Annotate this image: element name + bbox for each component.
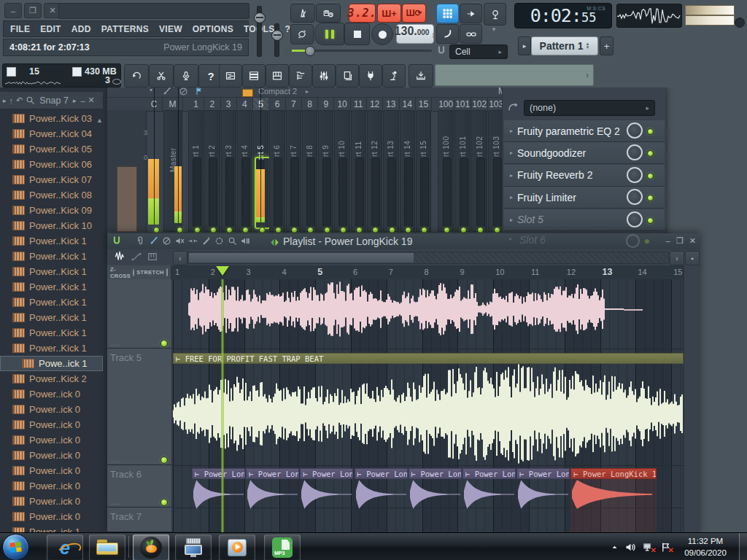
taskbar-fl-studio[interactable] [133,534,169,560]
track-enable-led[interactable] [160,499,168,506]
add-pattern-button[interactable]: + [600,36,614,55]
countdown-display[interactable]: 3.2. [349,4,376,23]
browser-item[interactable]: Power..Kick 1 [0,249,103,264]
strip-enable-led[interactable] [242,227,249,233]
master-volume-slider[interactable] [274,23,279,57]
mix-knob[interactable] [627,144,643,160]
mixer-column-3[interactable]: 3 [221,98,237,111]
strip-enable-led[interactable] [494,227,500,233]
pattern-tab-icon[interactable] [147,252,158,262]
zcross-toggle[interactable] [133,269,134,276]
collapse-icon[interactable]: – [80,96,85,105]
browser-item[interactable]: Power..Kick 04 [0,126,103,141]
mixer-column-100[interactable]: 100 [438,98,454,111]
main-snap-button[interactable] [436,4,459,23]
slot-enable-led[interactable] [647,195,654,201]
tempo-display[interactable]: 130.000▲▼ [396,24,434,44]
playlist-maximize-icon[interactable]: ❒ [676,236,684,246]
kick-clip-wave[interactable] [516,479,570,510]
pattern-prev-button[interactable]: ▸ [518,36,531,55]
strip-enable-led[interactable] [372,227,379,233]
mixer-column-7[interactable]: 7 [286,98,302,111]
multilink-controllers-button[interactable] [484,3,506,26]
menu-item-add[interactable]: ADD [71,24,91,34]
mixer-strip-insert-102[interactable]: Insert 102 [471,110,487,232]
browser-item[interactable]: ▸Powe..ick 1 [0,356,103,371]
mixer-strip-insert-101[interactable]: Insert 101 [454,110,471,232]
mixer-strip-insert-8[interactable]: Insert 8 [302,110,317,232]
slide-notes-button[interactable] [436,24,459,44]
effect-slot-3[interactable]: ▸Fruity Reeverb 2 [504,165,665,187]
kick-clip-wave[interactable] [355,479,408,510]
expand-icon[interactable]: ▸ [3,97,7,104]
browser-item[interactable]: Power..Kick 06 [0,157,103,172]
strip-enable-led[interactable] [340,227,347,233]
stretch-toggle[interactable] [166,268,168,276]
paint-brush-icon[interactable] [149,236,158,246]
magnet-icon[interactable] [112,236,122,246]
taskbar-mp3-converter[interactable]: MP3 [264,534,301,560]
mixer-strip-insert-1[interactable]: Insert 1 [188,110,204,232]
kick-clip-header[interactable]: ⊢ Power Long [355,468,408,479]
export-button[interactable] [409,64,433,88]
dot-button[interactable]: ▪ [685,251,700,265]
mix-knob[interactable] [627,189,643,205]
browser-item[interactable]: Power..ick 0 [0,509,103,524]
undo-arrow-icon[interactable]: ↶ [16,96,23,105]
mix-knob[interactable] [627,122,643,139]
mixer-strip-insert-4[interactable]: Insert 4 [237,110,252,232]
mute-tool-icon[interactable] [175,236,185,246]
mixer-column-8[interactable]: 8 [302,98,318,111]
mixer-column-14[interactable]: 14 [400,98,416,111]
slice-tool-icon[interactable] [201,236,211,246]
browser-tab-title[interactable]: Snap 7 [39,96,69,106]
strip-enable-led[interactable] [226,227,233,233]
kick-clip-wave[interactable] [192,479,245,510]
mixer-strip-insert-100[interactable]: Insert 100 [438,110,454,232]
slot-enable-led[interactable] [647,173,654,179]
effect-slot-2[interactable]: ▸Soundgoodizer [504,142,665,164]
typing-keyboard-toggle[interactable] [290,24,314,44]
record-button[interactable] [371,23,393,45]
mixer-column-6[interactable]: 6 [269,98,285,111]
playhead-marker[interactable] [216,266,229,276]
taskbar-media-player[interactable] [219,534,255,560]
slot-enable-led[interactable] [647,217,654,224]
browser-item[interactable]: Power..ick 0 [0,463,103,478]
mixer-column-10[interactable]: 10 [334,98,350,111]
browser-item[interactable]: Power..Kick 03 [0,111,103,126]
track-enable-led[interactable] [160,456,168,464]
kick-clip-wave[interactable] [462,479,516,510]
playlist-grid[interactable]: ⊢ FREE_FOR_PROFIT_FAST_TRAP_BEAT ⊢ Power… [171,279,684,532]
playlist-minimize-icon[interactable]: – [666,236,670,246]
mixer-window-button[interactable] [312,64,336,88]
mixer-column-4[interactable]: 4 [237,98,253,111]
show-desktop-button[interactable] [739,533,747,560]
kick-clip-wave[interactable] [409,479,462,510]
mix-knob[interactable] [627,211,643,228]
flag-icon[interactable] [195,87,204,96]
strip-enable-led[interactable] [291,227,298,233]
scroll-left-button[interactable]: ‹ [173,251,187,265]
effect-slot-1[interactable]: ▸Fruity parametric EQ 2 [504,120,665,142]
scrollbar-thumb[interactable] [188,252,414,263]
mixer-strip-insert-9[interactable]: Insert 9 [318,110,333,232]
channel-rack-button[interactable] [242,64,266,88]
browser-item[interactable]: Power..Kick 05 [0,141,103,157]
chevron-right-icon[interactable]: ▸ [409,237,412,245]
browser-scroll-up-icon[interactable]: ▲ [96,117,103,124]
browser-item[interactable]: Power..ick 0 [0,448,103,463]
audio-clip-trap[interactable] [173,364,684,464]
undo-button[interactable] [124,64,149,88]
close-browser-icon[interactable]: ✕ [88,96,95,105]
mixer-column-11[interactable]: 11 [351,98,367,111]
browser-item[interactable]: Power..ick 0 [0,402,103,417]
browser-item[interactable]: Power..ick 0 [0,432,103,448]
browser-item[interactable]: Power..Kick 1 [0,310,103,325]
taskbar-windows-explorer[interactable] [89,534,125,560]
kick-clip-header[interactable]: ⊢ Power Long [246,468,299,479]
taskbar-clock[interactable]: 11:32 PM 09/06/2020 [674,535,737,559]
browser-item[interactable]: Power..Kick 1 [0,325,103,341]
slot-enable-led[interactable] [647,150,654,157]
network-disconnected-icon[interactable]: ✕ [643,542,654,553]
